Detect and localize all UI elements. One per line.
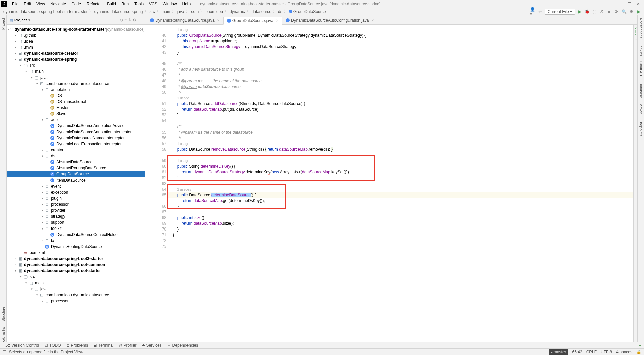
error-stripe[interactable]: ✓ 1 ⌃ ⌄ [633, 25, 637, 348]
toolwin-services[interactable]: ⬘Services [139, 343, 164, 348]
tree-item[interactable]: CDynamicDataSourceAnnotationInterceptor [7, 129, 145, 135]
left-rail-project[interactable]: Project [1, 15, 6, 32]
fold-gutter[interactable] [145, 25, 158, 348]
git-branch-badge[interactable]: ● master [549, 349, 568, 355]
rail-jenkins[interactable]: Jenkins [638, 41, 644, 59]
menu-code[interactable]: Code [69, 1, 84, 7]
line-number-gutter[interactable]: 4041424345464748495051525354555657585960… [158, 25, 168, 348]
toolwin-dependencies[interactable]: ⫘Dependencies [164, 343, 201, 348]
menu-run[interactable]: Run [119, 1, 131, 7]
toolwin-terminal[interactable]: ▣Terminal [91, 343, 116, 348]
rail-notifications[interactable]: Notifications [638, 15, 644, 41]
crumb[interactable]: datasource [251, 9, 272, 14]
tree-item[interactable]: ▸⊡strategy [7, 213, 145, 219]
tree-item[interactable]: CGroupDataSource [7, 171, 145, 177]
tree-item[interactable]: ▸▢.idea [7, 38, 145, 44]
tree-item[interactable]: ▸⊡creator [7, 147, 145, 153]
minimize-icon[interactable]: — [618, 2, 622, 6]
inspection-ok-icon[interactable]: ✓ 1 ⌃ ⌄ [634, 26, 637, 41]
tree-item[interactable]: ▸⊡processor [7, 201, 145, 207]
tree-item[interactable]: CDynamicDataSourceContextHolder [7, 232, 145, 238]
debug-icon[interactable]: 🐞 [584, 9, 590, 14]
menu-view[interactable]: View [34, 1, 48, 7]
menu-window[interactable]: Window [160, 1, 180, 7]
tree-item[interactable]: @Slave [7, 111, 145, 117]
tree-item[interactable]: ▸▢.github [7, 32, 145, 38]
expand-all-icon[interactable]: ≡ [124, 18, 127, 22]
tree-item[interactable]: ▾▢java [7, 286, 145, 292]
toolwin-todo[interactable]: ☑TODO [42, 343, 63, 348]
tree-item[interactable]: CDynamicRoutingDataSource [7, 244, 145, 250]
tree-root[interactable]: ▾▢dynamic-datasource-spring-boot-starter… [7, 26, 145, 32]
tab-active[interactable]: GroupDataSource.java× [223, 17, 282, 25]
tree-item[interactable]: ▾▢main [7, 280, 145, 286]
search-icon[interactable]: 🔍 [621, 9, 627, 14]
menu-help[interactable]: Help [179, 1, 193, 7]
toolwin-problems[interactable]: ⊘Problems [64, 343, 91, 348]
tree-item[interactable]: ▸⊡plugin [7, 195, 145, 201]
rail-database[interactable]: Database [638, 80, 644, 101]
menu-vcs[interactable]: VCS [146, 1, 160, 7]
line-separator[interactable]: CRLF [586, 350, 597, 354]
tree-item[interactable]: ▾⊡com.baomidou.dynamic.datasource [7, 81, 145, 87]
editor-body[interactable]: 4041424345464748495051525354555657585960… [145, 25, 637, 348]
tree-item[interactable]: ▸⊡event [7, 183, 145, 189]
crumb[interactable]: com [191, 9, 200, 14]
crumb[interactable]: dynamic-datasource-spring-boot-starter-m… [3, 9, 88, 14]
crumb[interactable]: java [176, 9, 185, 14]
profile-icon[interactable]: ⏱ [599, 9, 604, 14]
tree-item[interactable]: ▸⊡processor [7, 298, 145, 304]
tree-item[interactable]: ▸⊡provider [7, 207, 145, 213]
tree-item[interactable]: @DS [7, 93, 145, 99]
crumb[interactable]: dynamic [229, 9, 246, 14]
menu-edit[interactable]: Edit [21, 1, 34, 7]
update-icon[interactable]: ⟳ [614, 9, 619, 14]
collapse-all-icon[interactable]: ⇕ [128, 18, 131, 22]
run-icon[interactable]: ▶ [577, 9, 582, 14]
tree-item[interactable]: ▾▢java [7, 74, 145, 81]
close-tab-icon[interactable]: × [217, 18, 220, 23]
tree-item[interactable]: ▾▢src [7, 62, 145, 68]
crumb[interactable]: main [161, 9, 171, 14]
select-opened-file-icon[interactable]: ⊙ [120, 18, 123, 22]
tree-item[interactable]: ▾▢main [7, 68, 145, 74]
maximize-icon[interactable]: ☐ [628, 2, 631, 6]
run-config-selector[interactable]: Current File ▾ [545, 9, 575, 15]
tree-item[interactable]: ▸⊡tx [7, 238, 145, 244]
tree-item[interactable]: @Master [7, 105, 145, 111]
code-area[interactable]: 1 usage public GroupDataSource(String gr… [168, 25, 633, 348]
crumb[interactable]: ds [277, 9, 283, 14]
readonly-lock-icon[interactable]: 🔓 [636, 350, 641, 354]
tree-item[interactable]: ▾⊡annotation [7, 87, 145, 93]
close-tab-icon[interactable]: × [371, 18, 374, 23]
tree-item[interactable]: ▾⊡com.baomidou.dynamic.datasource [7, 292, 145, 298]
hide-icon[interactable]: — [138, 18, 142, 22]
tree-item[interactable]: CDynamicDatasourceNamedInterceptor [7, 135, 145, 141]
crumb[interactable]: src [149, 9, 156, 14]
project-tree[interactable]: ▾▢dynamic-datasource-spring-boot-starter… [7, 25, 145, 348]
play-icon[interactable]: ▶ [636, 9, 641, 14]
toolwin-version-control[interactable]: ⎇Version Control [3, 343, 42, 348]
back-icon[interactable]: ↩ [537, 9, 543, 14]
user-icon[interactable]: 👤▾ [530, 9, 535, 14]
menu-refactor[interactable]: Refactor [84, 1, 104, 7]
menu-navigate[interactable]: Navigate [48, 1, 69, 7]
tree-item[interactable]: ▾⊡ds [7, 153, 145, 159]
tree-item[interactable]: ▸▣dynamic-datasource-spring-boot3-starte… [7, 256, 145, 262]
coverage-icon[interactable]: ⬚ [592, 9, 597, 14]
tree-item[interactable]: ▸⊡support [7, 219, 145, 225]
indent-info[interactable]: 4 spaces [616, 350, 632, 354]
rail-maven[interactable]: Maven [638, 101, 644, 117]
tree-item[interactable]: CAbstractRoutingDataSource [7, 165, 145, 171]
close-tab-icon[interactable]: × [276, 18, 278, 23]
tree-item[interactable]: CDynamicDataSourceAnnotationAdvisor [7, 123, 145, 129]
rail-endpoints[interactable]: Endpoints [638, 117, 644, 139]
menu-tools[interactable]: Tools [131, 1, 146, 7]
close-icon[interactable]: ✕ [637, 2, 640, 6]
background-tasks-icon[interactable]: ● [639, 343, 641, 348]
crumb[interactable]: dynamic-datasource-spring [94, 9, 144, 14]
tree-item[interactable]: ▸▢.mvn [7, 44, 145, 50]
settings-icon[interactable]: ⚙ [133, 18, 137, 22]
tree-item[interactable]: ▸▣dynamic-datasource-spring-boot-common [7, 262, 145, 268]
tree-item[interactable]: mpom.xml [7, 250, 145, 256]
